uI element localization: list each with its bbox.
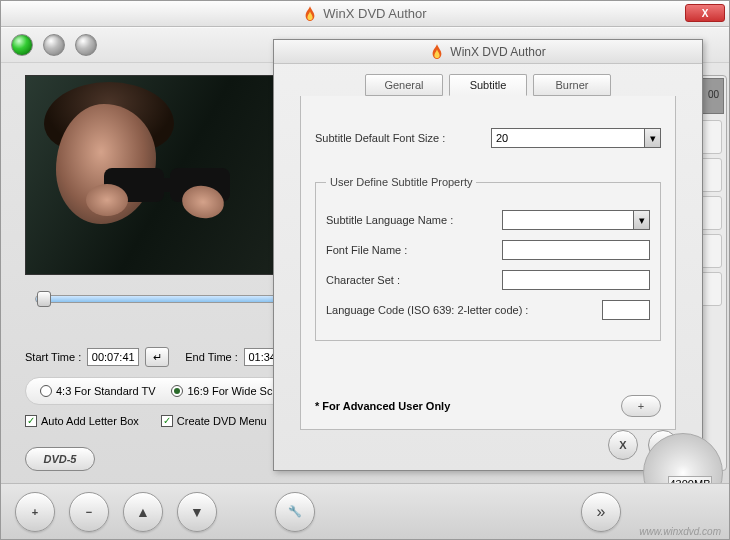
user-define-fieldset: User Define Subtitle Property Subtitle L… bbox=[315, 176, 661, 341]
font-file-label: Font File Name : bbox=[326, 244, 494, 256]
radio-icon bbox=[40, 385, 52, 397]
dialog-tabs: General Subtitle Burner bbox=[274, 74, 702, 96]
plus-icon: + bbox=[638, 400, 644, 412]
preview-image bbox=[26, 76, 288, 274]
tab-burner-label: Burner bbox=[555, 79, 588, 91]
checkbox-icon bbox=[25, 415, 37, 427]
subtitle-lang-name-combo[interactable]: ▾ bbox=[502, 210, 650, 230]
chevron-down-icon: ▾ bbox=[633, 211, 649, 229]
mode-led-1[interactable] bbox=[11, 34, 33, 56]
charset-row: Character Set : bbox=[326, 270, 650, 290]
chevron-up-icon: ▲ bbox=[136, 504, 150, 520]
auto-letterbox-option[interactable]: Auto Add Letter Box bbox=[25, 415, 139, 427]
tab-subtitle[interactable]: Subtitle bbox=[449, 74, 527, 96]
file-duration-partial: 00 bbox=[708, 89, 719, 100]
plus-icon: + bbox=[32, 506, 38, 518]
checkbox-icon bbox=[161, 415, 173, 427]
default-font-size-value: 20 bbox=[496, 132, 508, 144]
create-menu-label: Create DVD Menu bbox=[177, 415, 267, 427]
charset-label: Character Set : bbox=[326, 274, 494, 286]
radio-icon bbox=[171, 385, 183, 397]
app-fire-icon bbox=[303, 6, 317, 22]
app-fire-icon bbox=[430, 44, 444, 60]
tab-general-label: General bbox=[384, 79, 423, 91]
aspect-ratio-group: 4:3 For Standard TV 16:9 For Wide Screen bbox=[25, 377, 310, 405]
add-subtitle-button[interactable]: + bbox=[621, 395, 661, 417]
mode-led-2[interactable] bbox=[43, 34, 65, 56]
start-time-label: Start Time : bbox=[25, 351, 81, 363]
tab-burner[interactable]: Burner bbox=[533, 74, 611, 96]
wrench-icon: 🔧 bbox=[288, 505, 302, 518]
start-time-input[interactable] bbox=[87, 348, 139, 366]
dialog-titlebar: WinX DVD Author bbox=[274, 40, 702, 64]
mode-led-3[interactable] bbox=[75, 34, 97, 56]
default-font-size-label: Subtitle Default Font Size : bbox=[315, 132, 483, 144]
chevron-down-icon: ▼ bbox=[190, 504, 204, 520]
footer-url: www.winxdvd.com bbox=[639, 526, 721, 537]
tab-general[interactable]: General bbox=[365, 74, 443, 96]
default-font-size-row: Subtitle Default Font Size : 20 ▾ bbox=[315, 128, 661, 148]
end-time-label: End Time : bbox=[185, 351, 238, 363]
double-chevron-right-icon: » bbox=[597, 503, 606, 521]
tab-subtitle-label: Subtitle bbox=[470, 79, 507, 91]
dialog-cancel-button[interactable]: X bbox=[608, 430, 638, 460]
font-file-row: Font File Name : bbox=[326, 240, 650, 260]
scrubber-track bbox=[35, 295, 285, 303]
add-file-button[interactable]: + bbox=[15, 492, 55, 532]
main-titlebar: WinX DVD Author X bbox=[1, 1, 729, 27]
window-close-button[interactable]: X bbox=[685, 4, 725, 22]
extra-options-row: Auto Add Letter Box Create DVD Menu bbox=[25, 415, 267, 427]
swap-icon: ↵ bbox=[153, 351, 162, 364]
auto-letterbox-label: Auto Add Letter Box bbox=[41, 415, 139, 427]
main-window: WinX DVD Author X Start Time : bbox=[0, 0, 730, 540]
subtitle-lang-name-label: Subtitle Language Name : bbox=[326, 214, 494, 226]
dvd-type-label: DVD-5 bbox=[43, 453, 76, 465]
font-file-input[interactable] bbox=[502, 240, 650, 260]
default-font-size-combo[interactable]: 20 ▾ bbox=[491, 128, 661, 148]
swap-time-button[interactable]: ↵ bbox=[145, 347, 169, 367]
app-title: WinX DVD Author bbox=[323, 6, 426, 21]
dialog-title: WinX DVD Author bbox=[450, 45, 545, 59]
advanced-note: * For Advanced User Only bbox=[315, 400, 450, 412]
time-range-row: Start Time : ↵ End Time : bbox=[25, 347, 296, 367]
charset-input[interactable] bbox=[502, 270, 650, 290]
settings-dialog: WinX DVD Author General Subtitle Burner … bbox=[273, 39, 703, 471]
next-step-button[interactable]: » bbox=[581, 492, 621, 532]
playback-scrubber[interactable] bbox=[35, 287, 285, 309]
cancel-icon: X bbox=[619, 439, 626, 451]
lang-code-row: Language Code (ISO 639: 2-letter code) : bbox=[326, 300, 650, 320]
subtitle-lang-name-row: Subtitle Language Name : ▾ bbox=[326, 210, 650, 230]
dvd-type-badge[interactable]: DVD-5 bbox=[25, 447, 95, 471]
move-down-button[interactable]: ▼ bbox=[177, 492, 217, 532]
aspect-43-option[interactable]: 4:3 For Standard TV bbox=[40, 385, 155, 397]
aspect-43-label: 4:3 For Standard TV bbox=[56, 385, 155, 397]
move-up-button[interactable]: ▲ bbox=[123, 492, 163, 532]
advanced-note-row: * For Advanced User Only + bbox=[315, 395, 661, 417]
video-preview[interactable] bbox=[25, 75, 289, 275]
tab-body-subtitle: Subtitle Default Font Size : 20 ▾ User D… bbox=[300, 96, 676, 430]
remove-file-button[interactable]: − bbox=[69, 492, 109, 532]
lang-code-input[interactable] bbox=[602, 300, 650, 320]
minus-icon: − bbox=[86, 506, 92, 518]
bottom-toolbar: + − ▲ ▼ 🔧 » bbox=[1, 483, 729, 539]
lang-code-label: Language Code (ISO 639: 2-letter code) : bbox=[326, 304, 528, 316]
create-menu-option[interactable]: Create DVD Menu bbox=[161, 415, 267, 427]
chevron-down-icon: ▾ bbox=[644, 129, 660, 147]
tools-button[interactable]: 🔧 bbox=[275, 492, 315, 532]
scrubber-thumb[interactable] bbox=[37, 291, 51, 307]
user-define-legend: User Define Subtitle Property bbox=[326, 176, 476, 188]
